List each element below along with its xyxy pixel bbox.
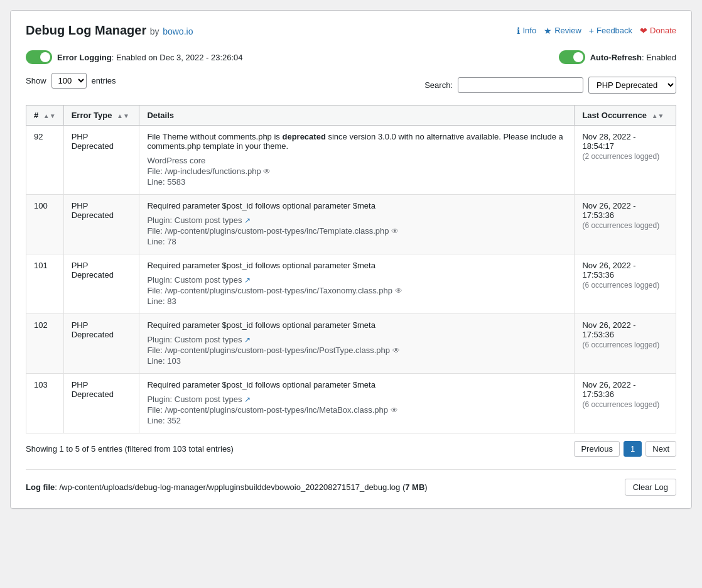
author-link[interactable]: bowo.io [163,26,193,36]
feedback-icon: + [589,26,594,36]
cell-error-type: PHP Deprecated [63,126,139,195]
info-button[interactable]: ℹ Info [517,26,536,36]
log-file-info: Log file: /wp-content/uploads/debug-log-… [26,482,428,492]
cell-details: File Theme without comments.php is depre… [139,126,575,195]
error-logging-toggle-group: Error Logging: Enabled on Dec 3, 2022 - … [26,50,243,64]
cell-error-type: PHP Deprecated [63,254,139,314]
right-controls: Auto-Refresh: Enabled [559,50,676,64]
cell-last-occurrence: Nov 28, 2022 - 18:54:17(2 occurrences lo… [575,126,676,195]
source-link[interactable]: ↗ [244,335,251,344]
view-file-icon[interactable]: 👁 [391,227,399,236]
log-file-row: Log file: /wp-content/uploads/debug-log-… [26,469,676,496]
cell-error-type: PHP Deprecated [63,195,139,254]
source-link[interactable]: ↗ [244,395,251,404]
header-actions: ℹ Info ★ Review + Feedback ❤ Donate [517,26,676,36]
detail-main-text: File Theme without comments.php is depre… [147,132,566,151]
detail-source: Plugin: Custom post types ↗ [147,215,566,225]
detail-source: Plugin: Custom post types ↗ [147,275,566,285]
occurrence-date: Nov 26, 2022 - 17:53:36 [582,201,668,220]
detail-main-text: Required parameter $post_id follows opti… [147,201,566,210]
detail-file: File: /wp-content/plugins/custom-post-ty… [147,405,566,415]
sort-occurrence-icon[interactable]: ▲▼ [652,112,664,119]
left-controls: Error Logging: Enabled on Dec 3, 2022 - … [26,50,243,64]
cell-details: Required parameter $post_id follows opti… [139,195,575,254]
donate-button[interactable]: ❤ Donate [640,26,676,36]
col-num: # ▲▼ [26,106,64,126]
view-file-icon[interactable]: 👁 [263,167,271,176]
show-select[interactable]: 10 25 50 100 250 500 [51,73,87,89]
app-header: Debug Log Manager by bowo.io ℹ Info ★ Re… [26,23,676,38]
detail-file: File: /wp-content/plugins/custom-post-ty… [147,346,566,355]
cell-num: 101 [26,254,64,314]
detail-line: Line: 78 [147,237,566,246]
search-label: Search: [424,80,453,90]
top-controls: Error Logging: Enabled on Dec 3, 2022 - … [26,50,676,64]
error-type-filter[interactable]: All PHP Deprecated PHP Fatal PHP Warning… [588,77,676,94]
error-logging-toggle[interactable] [26,50,52,64]
page-1-button[interactable]: 1 [624,441,642,457]
detail-source: Plugin: Custom post types ↗ [147,395,566,404]
detail-source: WordPress core [147,156,566,165]
view-file-icon[interactable]: 👁 [392,346,400,355]
cell-error-type: PHP Deprecated [63,374,139,433]
detail-file: File: /wp-includes/functions.php 👁 [147,166,566,176]
next-button[interactable]: Next [645,441,676,457]
feedback-button[interactable]: + Feedback [589,26,632,36]
sort-num-icon[interactable]: ▲▼ [43,112,56,119]
search-group: Search: All PHP Deprecated PHP Fatal PHP… [424,77,676,94]
occurrence-date: Nov 28, 2022 - 18:54:17 [582,132,668,151]
show-entries-group: Show 10 25 50 100 250 500 entries [26,73,116,89]
table-header-row: # ▲▼ Error Type ▲▼ Details Last Occurren… [26,106,676,126]
view-file-icon[interactable]: 👁 [391,406,398,415]
cell-last-occurrence: Nov 26, 2022 - 17:53:36(6 occurrences lo… [575,254,676,314]
detail-main-text: Required parameter $post_id follows opti… [147,261,566,270]
cell-num: 92 [26,126,64,195]
app-title: Debug Log Manager by bowo.io [26,23,193,38]
clear-log-button[interactable]: Clear Log [625,479,676,496]
table-row: 102PHP DeprecatedRequired parameter $pos… [26,314,676,374]
table-footer: Showing 1 to 5 of 5 entries (filtered fr… [26,441,676,457]
cell-num: 102 [26,314,64,374]
log-file-label: Log file [26,482,55,492]
occurrence-note: (2 occurrences logged) [582,152,668,161]
table-row: 100PHP DeprecatedRequired parameter $pos… [26,195,676,254]
detail-line: Line: 352 [147,416,566,425]
cell-details: Required parameter $post_id follows opti… [139,374,575,433]
source-link[interactable]: ↗ [244,276,251,285]
view-file-icon[interactable]: 👁 [395,286,402,295]
previous-button[interactable]: Previous [574,441,620,457]
review-button[interactable]: ★ Review [544,26,581,36]
col-details: Details [139,106,575,126]
pagination: Previous 1 Next [574,441,676,457]
detail-main-text: Required parameter $post_id follows opti… [147,380,566,389]
detail-file: File: /wp-content/plugins/custom-post-ty… [147,286,566,295]
detail-source: Plugin: Custom post types ↗ [147,335,566,344]
cell-error-type: PHP Deprecated [63,314,139,374]
auto-refresh-toggle[interactable] [559,50,585,64]
cell-last-occurrence: Nov 26, 2022 - 17:53:36(6 occurrences lo… [575,314,676,374]
table-row: 92PHP DeprecatedFile Theme without comme… [26,126,676,195]
cell-last-occurrence: Nov 26, 2022 - 17:53:36(6 occurrences lo… [575,195,676,254]
table-row: 101PHP DeprecatedRequired parameter $pos… [26,254,676,314]
detail-main-text: Required parameter $post_id follows opti… [147,320,566,330]
col-last-occurrence: Last Occurrence ▲▼ [575,106,676,126]
detail-file: File: /wp-content/plugins/custom-post-ty… [147,226,566,236]
col-error-type: Error Type ▲▼ [63,106,139,126]
heart-icon: ❤ [640,26,647,36]
search-input[interactable] [458,77,583,93]
cell-last-occurrence: Nov 26, 2022 - 17:53:36(6 occurrences lo… [575,374,676,433]
star-icon: ★ [544,26,552,36]
detail-line: Line: 5583 [147,177,566,187]
table-row: 103PHP DeprecatedRequired parameter $pos… [26,374,676,433]
source-link[interactable]: ↗ [244,216,251,225]
occurrence-date: Nov 26, 2022 - 17:53:36 [582,320,668,339]
sort-error-type-icon[interactable]: ▲▼ [117,112,129,119]
log-table: # ▲▼ Error Type ▲▼ Details Last Occurren… [26,105,676,433]
log-file-size: 7 MB [405,482,424,492]
cell-num: 103 [26,374,64,433]
showing-text: Showing 1 to 5 of 5 entries (filtered fr… [26,444,234,454]
filter-row: Show 10 25 50 100 250 500 entries Search… [26,73,676,97]
occurrence-note: (6 occurrences logged) [582,281,668,290]
cell-details: Required parameter $post_id follows opti… [139,314,575,374]
show-label: Show [26,76,46,85]
